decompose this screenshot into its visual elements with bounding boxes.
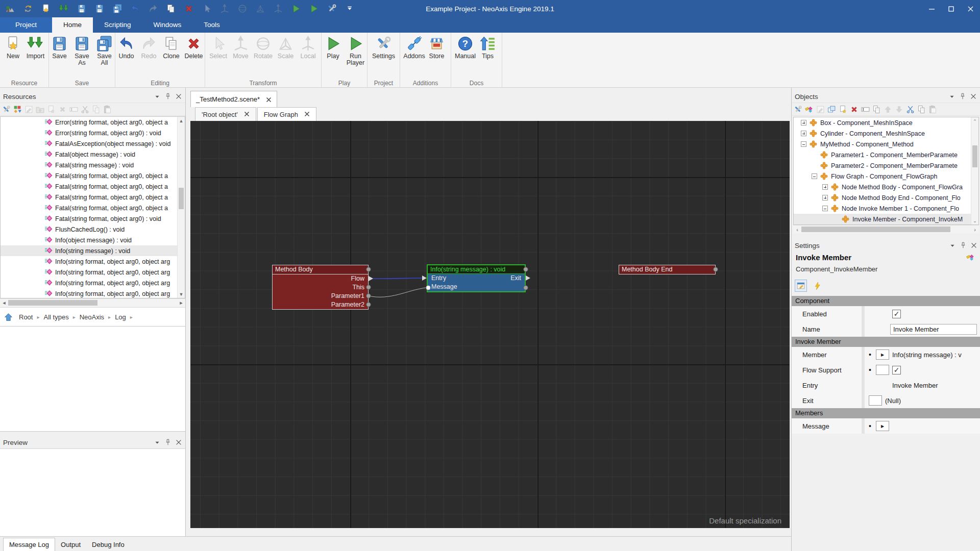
pencil-icon[interactable] (24, 105, 34, 114)
resource-item[interactable]: Fatal(string format, object arg0) : void (1, 213, 185, 224)
shapes-icon[interactable] (13, 105, 22, 114)
reference-box[interactable] (876, 365, 889, 375)
pagestar-icon[interactable] (46, 105, 56, 114)
dock-tab-output[interactable]: Output (55, 538, 86, 551)
save-button[interactable]: Save (48, 34, 71, 79)
scissors-icon[interactable] (80, 105, 90, 114)
document-tab[interactable]: _TestMethod2.scene* (190, 91, 277, 107)
scrollbar-thumb[interactable] (972, 145, 977, 167)
ribbon-tab-project[interactable]: Project (0, 17, 52, 33)
resource-item[interactable]: FatalAsException(object message) : void (1, 138, 185, 149)
save-icon[interactable] (94, 4, 105, 14)
new-button[interactable]: New (2, 34, 24, 79)
pin-entry[interactable]: Entry (431, 274, 446, 283)
resource-item[interactable]: FlushCachedLog() : void (1, 224, 185, 235)
store-button[interactable]: Store (426, 34, 448, 79)
ribbon-tab-windows[interactable]: Windows (142, 17, 193, 33)
tree-item[interactable]: MyMethod - Component_Method (794, 139, 978, 149)
copy-icon[interactable] (91, 105, 101, 114)
saveall-icon[interactable] (112, 4, 122, 14)
tree-item[interactable]: Box - Component_MeshInSpace (794, 117, 978, 128)
reference-box[interactable] (869, 395, 882, 406)
arrdown-icon[interactable] (894, 105, 904, 114)
resource-item[interactable]: Info(string format, object arg0, object … (1, 267, 185, 278)
tree-item[interactable]: Node Method Body - Component_FlowGra (794, 182, 978, 192)
paste-icon[interactable] (928, 105, 938, 114)
collapse-icon[interactable] (801, 141, 806, 147)
properties-mode-button[interactable] (795, 280, 807, 292)
tools-icon[interactable] (2, 105, 11, 114)
resource-item[interactable]: Info(object message) : void (1, 235, 185, 245)
new-icon[interactable] (41, 4, 51, 14)
folderimport-icon[interactable] (35, 105, 45, 114)
pencil-icon[interactable] (816, 105, 825, 114)
panel-menu-icon[interactable] (949, 242, 956, 249)
expand-icon[interactable] (801, 131, 806, 136)
tree-item[interactable]: Parameter2 - Component_MemberParamete (794, 160, 978, 171)
pin-exit[interactable]: Exit (510, 274, 521, 283)
scrollbar-thumb[interactable] (179, 188, 184, 209)
pin-flow[interactable]: Flow (273, 274, 368, 283)
node-title[interactable]: Method Body End (619, 265, 715, 274)
node-method-body[interactable]: Method Body FlowThisParameter1Parameter2 (272, 265, 369, 310)
import-button[interactable]: Import (24, 34, 47, 79)
breadcrumb-item[interactable]: NeoAxis (79, 313, 105, 321)
scroll-down-arrow[interactable]: ⌄ (971, 217, 979, 224)
tree-item[interactable]: Parameter1 - Component_MemberParamete (794, 149, 978, 160)
pin-message[interactable]: Message (431, 283, 457, 291)
delete-button[interactable]: Delete (183, 34, 205, 79)
pagestar-icon[interactable] (838, 105, 848, 114)
view-tab--root-object-[interactable]: 'Root object' (195, 107, 256, 121)
panel-close-icon[interactable] (175, 93, 182, 100)
clone-button[interactable]: Clone (160, 34, 183, 79)
play-icon[interactable] (291, 4, 301, 14)
move-icon[interactable] (219, 4, 230, 14)
xgray-icon[interactable] (58, 105, 67, 114)
arrup-icon[interactable] (883, 105, 893, 114)
collapse-icon[interactable] (812, 173, 817, 179)
save-icon[interactable] (77, 4, 87, 14)
clone-icon[interactable] (166, 4, 176, 14)
paste-icon[interactable] (103, 105, 112, 114)
resource-item[interactable]: Info(string format, object arg0, object … (1, 278, 185, 288)
tree-item[interactable]: Flow Graph - Component_FlowGraph (794, 171, 978, 182)
tree-item[interactable]: Cylinder - Component_MeshInSpace (794, 128, 978, 139)
tree-item[interactable]: Node Method Body End - Component_Flo (794, 192, 978, 203)
resource-item[interactable]: Error(string format, object arg0, object… (1, 117, 185, 128)
navigate-up-icon[interactable] (4, 313, 13, 321)
panel-pin-icon[interactable] (960, 242, 967, 249)
addons-button[interactable]: Addons (403, 34, 426, 79)
objects-vertical-scrollbar[interactable]: ⌃⌄ (971, 117, 978, 224)
manual-button[interactable]: ?Manual (454, 34, 477, 79)
panel-close-icon[interactable] (970, 93, 977, 100)
close-icon[interactable] (266, 96, 272, 102)
panel-close-icon[interactable] (175, 439, 182, 446)
scroll-left-arrow[interactable]: ◂ (0, 299, 8, 307)
redo-icon[interactable] (148, 4, 158, 14)
save-all-button[interactable]: Save All (93, 34, 116, 79)
minimize-button[interactable] (922, 0, 941, 17)
close-icon[interactable] (304, 111, 310, 118)
panel-menu-icon[interactable] (948, 93, 955, 100)
tips-button[interactable]: Tips (477, 34, 499, 79)
pin-parameter1[interactable]: Parameter1 (273, 292, 368, 300)
enabled-checkbox[interactable]: ✓ (892, 310, 901, 318)
node-title[interactable]: Method Body (273, 265, 368, 274)
run-player-button[interactable]: Run Player (345, 34, 367, 79)
import-icon[interactable] (59, 4, 69, 14)
node-method-body-end[interactable]: Method Body End (619, 265, 716, 274)
local-icon[interactable] (273, 4, 283, 14)
pin-this[interactable]: This (273, 283, 368, 292)
collapse-icon[interactable] (822, 206, 828, 211)
expand-value-button[interactable]: ▶ (876, 421, 889, 431)
resource-item[interactable]: Fatal(string format, object arg0, object… (1, 192, 185, 203)
rotate-icon[interactable] (237, 4, 248, 14)
dock-tab-message-log[interactable]: Message Log (3, 538, 55, 551)
maximize-button[interactable] (941, 0, 961, 17)
expand-value-button[interactable]: ▶ (876, 349, 889, 360)
rename-icon[interactable] (861, 105, 870, 114)
save-as-button[interactable]: Save As (71, 34, 93, 79)
resource-item[interactable]: Fatal(string format, object arg0, object… (1, 203, 185, 213)
panel-pin-icon[interactable] (164, 93, 172, 100)
scene-icon[interactable] (5, 4, 15, 14)
